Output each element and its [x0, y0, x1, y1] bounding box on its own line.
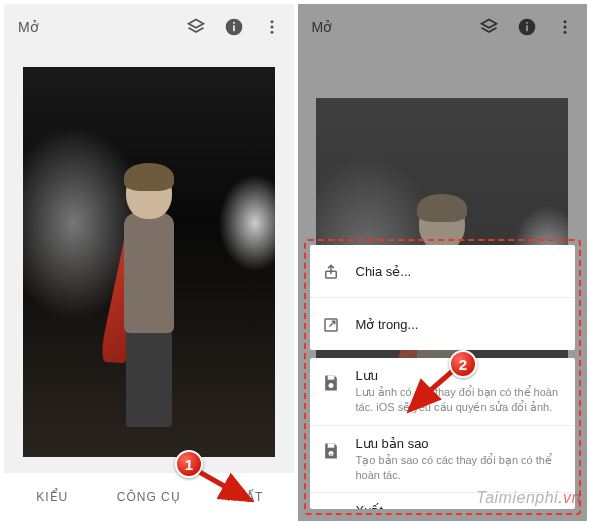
save-copy-icon: + — [318, 438, 344, 464]
overflow-menu-icon[interactable] — [260, 15, 284, 39]
info-icon[interactable] — [222, 15, 246, 39]
svg-rect-8 — [526, 22, 528, 24]
open-button[interactable]: Mở — [18, 19, 39, 35]
open-in-icon — [318, 312, 344, 338]
overflow-menu-icon — [553, 15, 577, 39]
sheet-row-save[interactable]: Lưu Lưu ảnh có các thay đổi bạn có thể h… — [310, 358, 576, 425]
tab-export[interactable]: XUẤT — [197, 473, 294, 521]
sheet-group-save: Lưu Lưu ảnh có các thay đổi bạn có thể h… — [310, 358, 576, 509]
topbar-right: Mở — [298, 4, 588, 50]
save-icon — [318, 370, 344, 396]
edited-photo — [23, 67, 275, 457]
svg-point-9 — [564, 20, 567, 23]
share-label: Chia sẻ... — [356, 264, 564, 279]
tab-styles[interactable]: KIỂU — [4, 473, 101, 521]
topbar-left: Mở — [4, 4, 294, 50]
svg-rect-1 — [233, 25, 235, 31]
export-jpg-icon: JPG — [318, 505, 344, 509]
annotation-marker-2: 2 — [449, 350, 477, 378]
open-button-dim: Mở — [312, 19, 333, 35]
save-copy-title: Lưu bản sao — [356, 436, 564, 451]
save-copy-sub: Tạo bản sao có các thay đổi bạn có thể h… — [356, 453, 564, 483]
svg-text:+: + — [329, 451, 332, 457]
svg-rect-16 — [327, 443, 334, 447]
share-icon — [318, 259, 344, 285]
watermark: Taimienphi.vn — [476, 489, 581, 507]
svg-point-4 — [270, 26, 273, 29]
svg-point-11 — [564, 31, 567, 34]
open-in-label: Mở trong... — [356, 317, 564, 332]
photo-canvas[interactable] — [4, 50, 294, 473]
svg-rect-2 — [233, 22, 235, 24]
svg-point-15 — [328, 383, 333, 388]
svg-point-10 — [564, 26, 567, 29]
sheet-row-save-copy[interactable]: + Lưu bản sao Tạo bản sao có các thay đổ… — [310, 426, 576, 493]
sheet-row-share[interactable]: Chia sẻ... — [310, 245, 576, 297]
sheet-group-share: Chia sẻ... Mở trong... — [310, 245, 576, 350]
screen-right: Mở — [298, 4, 588, 521]
info-icon — [515, 15, 539, 39]
annotation-marker-1: 1 — [175, 450, 203, 478]
svg-rect-7 — [526, 25, 528, 31]
svg-point-3 — [270, 20, 273, 23]
layers-icon[interactable] — [184, 15, 208, 39]
screen-left: Mở KIỂU — [4, 4, 294, 521]
tab-tools[interactable]: CÔNG CỤ — [101, 473, 198, 521]
layers-icon — [477, 15, 501, 39]
sheet-row-open-in[interactable]: Mở trong... — [310, 298, 576, 350]
svg-point-5 — [270, 31, 273, 34]
export-sheet-highlight: Chia sẻ... Mở trong... — [304, 239, 582, 515]
tutorial-dual-screenshot: Mở KIỂU — [0, 0, 591, 525]
svg-rect-14 — [327, 376, 334, 380]
bottom-tabs: KIỂU CÔNG CỤ XUẤT — [4, 473, 294, 521]
save-sub: Lưu ảnh có các thay đổi bạn có thể hoàn … — [356, 385, 564, 415]
